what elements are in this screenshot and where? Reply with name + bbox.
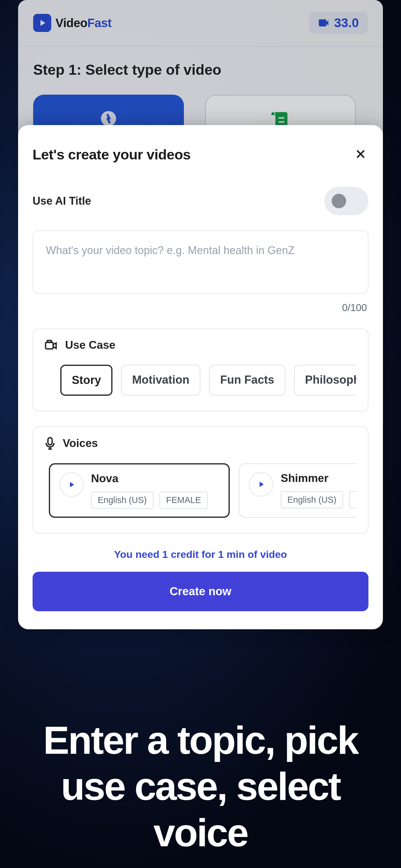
play-button[interactable]	[249, 472, 274, 497]
voice-gender-tag: FE	[349, 491, 357, 508]
credits-pill: 33.0	[309, 12, 368, 34]
use-case-option-philosophy[interactable]: Philosoph	[294, 365, 357, 396]
play-button[interactable]	[59, 472, 84, 497]
voice-tags: English (US) FEMALE	[91, 492, 208, 509]
voice-info: Nova English (US) FEMALE	[91, 472, 208, 509]
camera-icon	[44, 340, 58, 350]
voice-lang-tag: English (US)	[91, 492, 153, 509]
use-case-option-story[interactable]: Story	[60, 365, 113, 396]
char-count: 0/100	[33, 302, 367, 313]
credit-note: You need 1 credit for 1 min of video	[33, 549, 368, 560]
svg-rect-7	[48, 438, 52, 445]
step-title: Step 1: Select type of video	[33, 61, 368, 78]
voices-title: Voices	[63, 437, 98, 450]
voice-tags: English (US) FE	[281, 491, 357, 508]
play-icon	[67, 480, 76, 489]
hero-text: Enter a topic, pick use case, select voi…	[36, 717, 365, 856]
topic-input[interactable]	[33, 230, 368, 293]
voice-card-shimmer[interactable]: Shimmer English (US) FE	[239, 463, 357, 518]
close-button[interactable]	[353, 146, 368, 163]
modal-header: Let's create your videos	[33, 146, 368, 163]
use-case-options: Story Motivation Fun Facts Philosoph	[44, 365, 357, 396]
hero-section: Enter a topic, pick use case, select voi…	[0, 717, 401, 856]
use-case-title: Use Case	[65, 339, 116, 351]
svg-rect-3	[278, 117, 284, 119]
bg-header: VideoFast 33.0	[33, 12, 368, 46]
use-case-option-motivation[interactable]: Motivation	[121, 365, 201, 396]
app-logo: VideoFast	[33, 14, 112, 32]
voices-section: Voices Nova English (US) FEMALE	[33, 427, 368, 533]
divider	[18, 46, 383, 46]
use-case-option-fun-facts[interactable]: Fun Facts	[209, 365, 285, 396]
voices-head: Voices	[44, 437, 357, 450]
voice-info: Shimmer English (US) FE	[281, 472, 357, 508]
close-icon	[354, 148, 367, 160]
voice-gender-tag: FEMALE	[159, 492, 208, 509]
ai-title-label: Use AI Title	[33, 195, 91, 207]
ai-title-row: Use AI Title	[33, 187, 368, 215]
svg-rect-5	[45, 342, 53, 349]
svg-rect-4	[278, 121, 284, 123]
credits-value: 33.0	[334, 16, 359, 30]
voice-options: Nova English (US) FEMALE Shimmer English…	[44, 463, 357, 518]
voice-lang-tag: English (US)	[281, 491, 343, 508]
use-case-section: Use Case Story Motivation Fun Facts Phil…	[33, 329, 368, 411]
voice-card-nova[interactable]: Nova English (US) FEMALE	[49, 463, 230, 518]
logo-text: VideoFast	[56, 16, 112, 30]
camera-icon	[318, 17, 330, 29]
voice-name: Nova	[91, 472, 208, 485]
voice-name: Shimmer	[281, 472, 357, 485]
ai-title-toggle[interactable]	[325, 187, 368, 215]
toggle-knob	[332, 194, 346, 208]
create-video-modal: Let's create your videos Use AI Title 0/…	[18, 125, 383, 629]
modal-title: Let's create your videos	[33, 146, 190, 163]
svg-rect-6	[47, 341, 52, 342]
create-now-button[interactable]: Create now	[33, 572, 368, 611]
play-icon	[256, 480, 266, 489]
microphone-icon	[44, 437, 56, 450]
logo-icon	[33, 14, 51, 32]
use-case-head: Use Case	[44, 339, 357, 351]
